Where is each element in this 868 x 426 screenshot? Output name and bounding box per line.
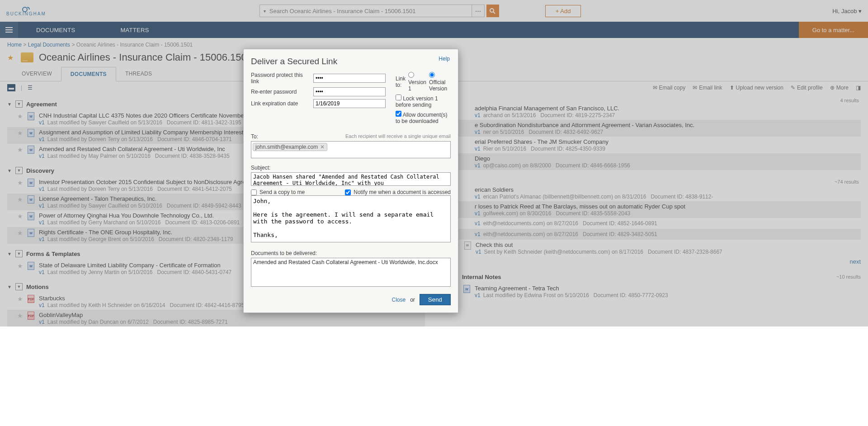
allow-download-checkbox[interactable]: Allow document(s) to be downloaded bbox=[396, 111, 451, 124]
dialog-title: Deliver a Secured Link bbox=[251, 49, 451, 72]
document-title[interactable]: adelphia Financial Management of San Fra… bbox=[475, 105, 861, 112]
word-icon: W bbox=[28, 195, 34, 204]
version-link[interactable]: v1 bbox=[39, 269, 45, 275]
version-link[interactable]: v1 bbox=[39, 119, 45, 126]
search-button[interactable] bbox=[486, 5, 499, 17]
nav-matters[interactable]: MATTERS bbox=[120, 27, 149, 33]
email-link-button[interactable]: ✉ Email link bbox=[693, 85, 722, 91]
document-row[interactable]: ★erial Preferred Shares - The JM Smucker… bbox=[443, 137, 861, 153]
document-row[interactable]: ★WTeaming Agreement - Tetra Techv1Last m… bbox=[443, 283, 861, 300]
star-icon[interactable]: ★ bbox=[17, 229, 23, 237]
panel-toggle-icon[interactable]: ◨ bbox=[856, 85, 861, 91]
version-link[interactable]: v1 bbox=[475, 220, 481, 227]
version-link[interactable]: v1 bbox=[39, 153, 45, 159]
document-title[interactable]: Diego bbox=[475, 155, 861, 162]
version-link[interactable]: v1 bbox=[39, 203, 45, 209]
star-icon[interactable]: ★ bbox=[17, 179, 23, 186]
document-row[interactable]: ★r loses to Patrick Reed at The Barclays… bbox=[443, 201, 861, 218]
version-link[interactable]: v1 bbox=[39, 319, 45, 325]
crumb-legal[interactable]: Legal Documents bbox=[28, 42, 70, 48]
search-more-icon[interactable]: ⋯ bbox=[472, 5, 485, 17]
document-title[interactable]: erial Preferred Shares - The JM Smucker … bbox=[475, 138, 861, 145]
subject-input[interactable] bbox=[251, 172, 451, 186]
star-icon[interactable]: ★ bbox=[17, 146, 23, 153]
notify-access-checkbox[interactable]: Notify me when a document is accessed bbox=[345, 189, 451, 195]
reenter-password-input[interactable] bbox=[313, 87, 386, 96]
view-list-icon[interactable]: ☰ bbox=[28, 85, 33, 91]
version-link[interactable]: v1 bbox=[39, 186, 45, 192]
next-link[interactable]: next bbox=[443, 256, 861, 267]
edit-profile-button[interactable]: ✎ Edit profile bbox=[791, 85, 823, 91]
document-title[interactable]: r loses to Patrick Reed at The Barclays,… bbox=[475, 203, 861, 210]
crumb-home[interactable]: Home bbox=[7, 42, 22, 48]
close-button[interactable]: Close bbox=[392, 297, 406, 303]
version-link[interactable]: v1 bbox=[475, 194, 481, 200]
tab-overview[interactable]: OVERVIEW bbox=[13, 67, 61, 81]
star-icon[interactable]: ★ bbox=[17, 213, 23, 220]
document-row[interactable]: ★e Subordination Nondisturbance and Atto… bbox=[443, 120, 861, 137]
remove-chip-icon[interactable]: ✕ bbox=[320, 144, 325, 150]
star-icon[interactable]: ★ bbox=[17, 129, 23, 137]
star-icon[interactable]: ★ bbox=[17, 113, 23, 120]
version-link[interactable]: v1 bbox=[475, 162, 481, 169]
version-link[interactable]: v1 bbox=[475, 292, 481, 298]
password-input[interactable] bbox=[313, 74, 386, 83]
document-title[interactable]: e Subordination Nondisturbance and Attor… bbox=[475, 122, 861, 128]
email-copy-button[interactable]: ✉ Email copy bbox=[653, 85, 686, 91]
send-copy-checkbox[interactable]: Send a copy to me bbox=[251, 189, 305, 195]
document-id: Document ID: 4825-8985-7271 bbox=[153, 319, 228, 325]
search-scope-dropdown[interactable]: ▾ Search Oceanic Airlines - Insurance Cl… bbox=[259, 5, 472, 17]
filter-icon[interactable]: ▼ bbox=[15, 167, 23, 174]
document-title[interactable]: erican Soldiers bbox=[475, 186, 861, 193]
document-title[interactable]: Teaming Agreement - Tetra Tech bbox=[475, 285, 861, 292]
document-meta: Last modified by Keith H Schneider on 6/… bbox=[47, 302, 165, 308]
brand-logo[interactable]: BUCKINGHAM bbox=[6, 6, 46, 16]
favorite-star-icon[interactable]: ★ bbox=[7, 53, 14, 62]
recipients-input[interactable]: john.smith@example.com✕ bbox=[251, 141, 451, 158]
hamburger-menu[interactable] bbox=[0, 22, 18, 38]
star-icon[interactable]: ★ bbox=[17, 312, 23, 319]
section-header[interactable]: ▼▼Internal Notes~10 results bbox=[443, 273, 861, 280]
version-link[interactable]: v1 bbox=[475, 129, 481, 135]
more-button[interactable]: ⊕ More bbox=[830, 85, 849, 91]
version-link[interactable]: v1 bbox=[475, 146, 481, 152]
version-link[interactable]: v1 bbox=[475, 112, 481, 118]
official-radio[interactable]: Official Version bbox=[429, 72, 451, 92]
document-row[interactable]: ▼★✉Check this outv1Sent by Keith Schneid… bbox=[443, 240, 861, 256]
filter-icon[interactable]: ▼ bbox=[15, 250, 23, 257]
lock-checkbox[interactable]: Lock version 1 before sending bbox=[396, 95, 451, 108]
section-title: Motions bbox=[26, 284, 49, 290]
version-link[interactable]: v1 bbox=[475, 231, 481, 237]
version-link[interactable]: v1 bbox=[39, 302, 45, 308]
document-row[interactable]: ★adelphia Financial Management of San Fr… bbox=[443, 103, 861, 120]
document-row[interactable]: ★erican Soldiersv1erican Patriot's Alman… bbox=[443, 185, 861, 201]
send-button[interactable]: Send bbox=[420, 294, 451, 305]
nav-documents[interactable]: DOCUMENTS bbox=[36, 27, 75, 33]
document-row[interactable]: ★Diegov1op@caiso.com) on 8/8/2000 Docume… bbox=[443, 153, 861, 170]
document-meta: erican Patriot's Almanac (billbennett@bi… bbox=[483, 194, 646, 200]
version-link[interactable]: v1 bbox=[39, 136, 45, 142]
star-icon[interactable]: ★ bbox=[17, 196, 23, 203]
go-to-matter-button[interactable]: Go to a matter... bbox=[799, 22, 868, 38]
version-link[interactable]: v1 bbox=[39, 236, 45, 242]
dialog-help-link[interactable]: Help bbox=[439, 56, 450, 62]
add-button[interactable]: + Add bbox=[545, 5, 581, 17]
version-link[interactable]: v1 bbox=[475, 210, 481, 217]
filter-icon[interactable]: ▼ bbox=[15, 100, 23, 108]
version-link[interactable]: v1 bbox=[39, 219, 45, 226]
message-body-input[interactable] bbox=[251, 195, 451, 242]
view-compact-icon[interactable]: ▬ bbox=[7, 84, 15, 91]
document-row[interactable]: ★v1eith@netdocuments.com) on 8/27/2016 D… bbox=[443, 218, 861, 229]
document-id: Document ID: 4846-6668-1956 bbox=[556, 162, 630, 169]
filter-icon[interactable]: ▼ bbox=[15, 283, 23, 290]
expiration-input[interactable] bbox=[313, 99, 386, 108]
star-icon[interactable]: ★ bbox=[17, 295, 23, 303]
documents-list[interactable]: Amended and Restated Cash Collateral Agr… bbox=[251, 258, 451, 287]
tab-threads[interactable]: THREADS bbox=[116, 67, 161, 81]
upload-version-button[interactable]: ⬆ Upload new version bbox=[730, 85, 783, 91]
user-menu[interactable]: Hi, Jacob ▾ bbox=[832, 8, 862, 14]
document-row[interactable]: ★v1eith@netdocuments.com) on 8/27/2016 D… bbox=[443, 229, 861, 240]
version1-radio[interactable]: Version 1 bbox=[408, 72, 426, 92]
tab-documents[interactable]: DOCUMENTS bbox=[61, 67, 116, 81]
star-icon[interactable]: ★ bbox=[17, 262, 23, 270]
